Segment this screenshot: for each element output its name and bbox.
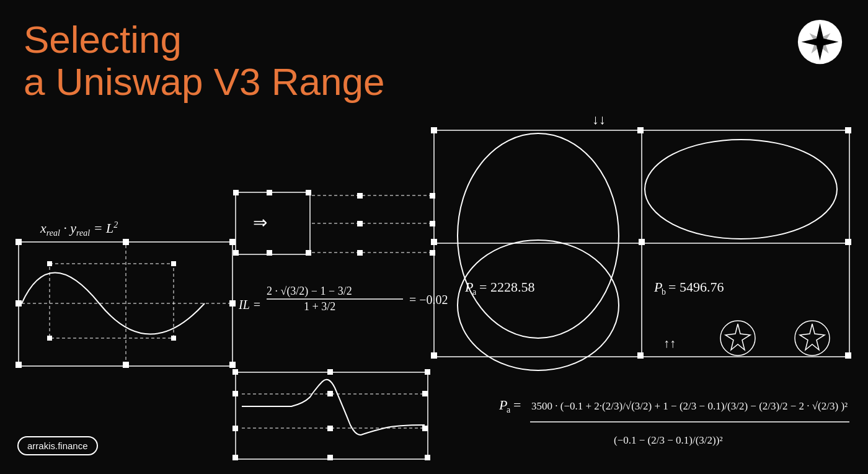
svg-rect-45 bbox=[637, 127, 644, 133]
svg-rect-29 bbox=[357, 193, 363, 199]
svg-point-55 bbox=[458, 240, 619, 370]
svg-rect-42 bbox=[845, 127, 851, 133]
svg-rect-77 bbox=[232, 426, 238, 431]
svg-rect-12 bbox=[50, 264, 174, 338]
svg-rect-75 bbox=[327, 426, 333, 431]
svg-rect-41 bbox=[431, 127, 437, 133]
svg-rect-4 bbox=[16, 362, 22, 368]
svg-point-64 bbox=[795, 321, 830, 356]
svg-rect-69 bbox=[425, 455, 430, 460]
svg-rect-67 bbox=[425, 369, 430, 375]
svg-rect-50 bbox=[639, 239, 645, 245]
svg-rect-74 bbox=[327, 391, 333, 396]
svg-rect-46 bbox=[637, 352, 644, 359]
svg-rect-44 bbox=[845, 352, 851, 359]
svg-rect-30 bbox=[357, 221, 363, 226]
svg-text:a: a bbox=[472, 287, 477, 297]
svg-text:= −0.02: = −0.02 bbox=[409, 293, 448, 306]
svg-rect-8 bbox=[16, 300, 22, 306]
svg-rect-3 bbox=[229, 239, 236, 245]
svg-text:3500 · (−0.1 + 2·(2/3)/√(3/2) : 3500 · (−0.1 + 2·(2/3)/√(3/2) + 1 − (2/3… bbox=[531, 400, 848, 412]
svg-rect-24 bbox=[267, 250, 272, 256]
svg-rect-7 bbox=[123, 362, 129, 368]
svg-rect-47 bbox=[431, 239, 437, 245]
svg-rect-15 bbox=[47, 336, 52, 341]
svg-text:xreal · yreal = L2: xreal · yreal = L2 bbox=[40, 220, 118, 238]
svg-rect-19 bbox=[233, 190, 239, 195]
svg-text:a: a bbox=[507, 405, 511, 414]
svg-rect-23 bbox=[267, 190, 272, 195]
svg-rect-78 bbox=[422, 391, 428, 396]
svg-point-63 bbox=[720, 321, 755, 356]
svg-rect-20 bbox=[306, 190, 311, 195]
svg-rect-68 bbox=[232, 455, 238, 460]
svg-rect-43 bbox=[431, 352, 437, 359]
svg-rect-79 bbox=[422, 426, 428, 431]
svg-text:= 5496.76: = 5496.76 bbox=[668, 279, 724, 295]
svg-point-56 bbox=[645, 140, 837, 239]
svg-point-54 bbox=[458, 133, 619, 338]
svg-rect-22 bbox=[306, 250, 311, 256]
svg-rect-6 bbox=[123, 239, 129, 245]
svg-rect-13 bbox=[47, 261, 52, 266]
svg-rect-48 bbox=[845, 239, 851, 245]
svg-rect-31 bbox=[357, 250, 363, 256]
svg-rect-2 bbox=[16, 239, 22, 245]
svg-text:2 · √(3/2) − 1 − 3/2: 2 · √(3/2) − 1 − 3/2 bbox=[267, 285, 352, 298]
svg-rect-65 bbox=[236, 372, 428, 459]
svg-text:↓↓: ↓↓ bbox=[592, 112, 606, 127]
svg-text:IL =: IL = bbox=[238, 298, 261, 311]
svg-rect-21 bbox=[233, 250, 239, 256]
svg-rect-76 bbox=[232, 391, 238, 396]
svg-rect-16 bbox=[171, 336, 176, 341]
svg-rect-66 bbox=[232, 369, 238, 375]
svg-rect-71 bbox=[327, 455, 333, 460]
svg-text:⇒: ⇒ bbox=[253, 213, 267, 232]
svg-text:b: b bbox=[662, 287, 666, 297]
svg-text:1 + 3/2: 1 + 3/2 bbox=[304, 300, 335, 313]
svg-rect-70 bbox=[327, 369, 333, 375]
svg-rect-9 bbox=[229, 300, 236, 306]
svg-rect-5 bbox=[229, 362, 236, 368]
svg-text:(−0.1 − (2/3 − 0.1)/(3/2))²: (−0.1 − (2/3 − 0.1)/(3/2))² bbox=[614, 434, 723, 446]
svg-text:=: = bbox=[513, 397, 521, 413]
svg-rect-14 bbox=[171, 261, 176, 266]
svg-rect-18 bbox=[236, 192, 310, 254]
main-diagram: xreal · yreal = L2 ⇒ IL = 2 · √(3/2) − 1… bbox=[0, 0, 868, 474]
svg-text:↑↑: ↑↑ bbox=[663, 336, 676, 350]
svg-text:= 2228.58: = 2228.58 bbox=[479, 279, 534, 295]
